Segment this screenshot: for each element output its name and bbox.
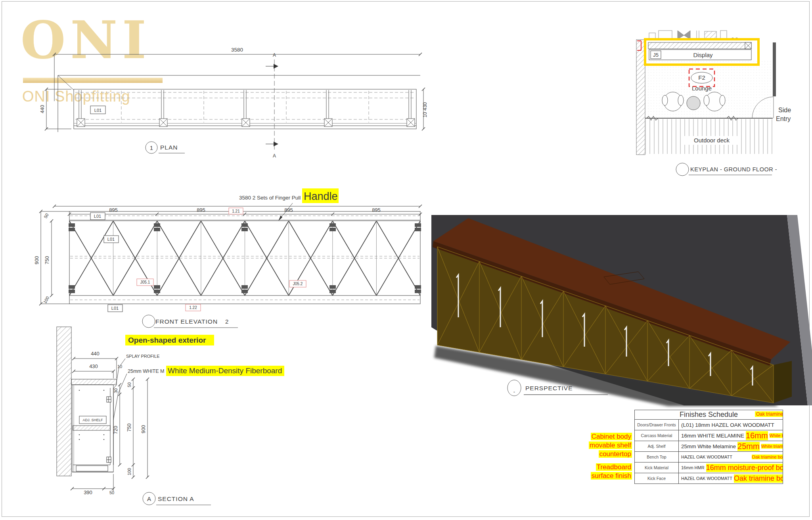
dim-50-bottom: 50: [109, 490, 114, 495]
outdoor-deck-label: Outdoor deck: [694, 137, 730, 144]
table-row: Kick Face HAZEL OAK WOODMATTOak triamine…: [635, 473, 783, 484]
wall-hatch: [57, 327, 71, 476]
front-elevation-view: 3580 2 Sets of Finger Pull Handle 895 89…: [36, 182, 430, 337]
handle-highlight: Handle: [302, 188, 339, 203]
annotation-line: Treadboard: [596, 463, 632, 471]
drawing-sheet: ONI ONI Shopfitting: [0, 0, 812, 520]
plan-dim-440: 440: [40, 105, 45, 113]
dim-50-top: 50: [127, 382, 132, 387]
dim-100: 100: [42, 295, 50, 304]
mdf-highlight: White Medium-Density Fiberboard: [166, 366, 284, 376]
keyplan: J5 Display F2 Lounge: [636, 22, 812, 180]
plan-marker-a-bottom: A: [273, 153, 276, 159]
svg-text:1.21: 1.21: [232, 209, 240, 213]
svg-text:L01: L01: [111, 306, 119, 311]
svg-text:PLAN: PLAN: [160, 144, 178, 151]
section-title: A SECTION A: [143, 492, 211, 505]
svg-text:1: 1: [150, 144, 153, 151]
finishes-annotations: Cabinet body movable shelf countertop Tr…: [566, 432, 632, 480]
side-label: Side: [778, 107, 791, 113]
svg-text:SECTION A: SECTION A: [158, 495, 194, 502]
annotation-line: Cabinet body: [591, 433, 632, 440]
svg-text:F2: F2: [698, 74, 705, 81]
table-row: Doors/Drawer Fronts (L01) 18mm HAZEL OAK…: [635, 420, 783, 430]
finger-pull-note: 3580 2 Sets of Finger Pull: [239, 195, 301, 201]
plan-posts: [77, 90, 415, 127]
keyplan-display-label: Display: [693, 52, 713, 58]
mdf-label: 25mm WHITE M: [128, 368, 164, 374]
annotation-line: countertop: [599, 450, 632, 458]
dim-50: 50: [43, 213, 50, 219]
right-wall: [773, 42, 776, 96]
svg-text:-: -: [513, 389, 515, 395]
table-row: Kick Material 16mm HMR16mm moisture-proo…: [635, 462, 783, 473]
table-row: Adj. Shelf 25mm White Melamine25mmWhite …: [635, 441, 783, 452]
dim-440: 440: [91, 351, 100, 357]
finishes-title-note: Oak triamine: [755, 411, 783, 417]
dim-895-3: 895: [284, 207, 293, 213]
svg-text:J05.1: J05.1: [140, 280, 150, 284]
dim-750: 750: [126, 424, 132, 432]
adj-shelf-tag: ADJ. SHELF: [79, 416, 106, 424]
dim-900: 900: [34, 256, 40, 265]
countertop: [71, 379, 117, 385]
perspective-view: - PERSPECTIVE: [430, 210, 811, 407]
dim-100: 100: [127, 468, 132, 475]
svg-text:ADJ. SHELF: ADJ. SHELF: [82, 418, 103, 422]
keyplan-title: KEYPLAN - GROUND FLOOR -: [676, 163, 777, 176]
plan-view: L01 3580 440 10 430 A A 1 PLAN: [36, 42, 430, 161]
dim-30: 30: [113, 388, 118, 393]
cut-fixtures: [649, 31, 739, 39]
open-shaped-highlight: Open-shaped exterior: [125, 335, 214, 345]
plan-dim-right: 10 430: [422, 102, 428, 117]
svg-text:KEYPLAN - GROUND FLOOR -: KEYPLAN - GROUND FLOOR -: [690, 166, 777, 173]
splay-profile-label: SPLAY PROFILE: [126, 354, 160, 359]
dim-720: 720: [113, 426, 119, 434]
dim-895-4: 895: [372, 207, 381, 213]
svg-text:A: A: [147, 495, 151, 502]
dim-750: 750: [44, 256, 50, 265]
section-view: Open-shaped exterior 440 430 10 SPLAY PR…: [48, 325, 242, 516]
dim-895-2: 895: [197, 207, 205, 213]
finishes-schedule-table: Finishes Schedule Oak triamine Doors/Dra…: [634, 410, 783, 484]
dim-10: 10: [117, 364, 122, 369]
svg-text:White Medium-Density Fiberboar: White Medium-Density Fiberboard: [168, 366, 282, 375]
annotation-line: movable shelf: [589, 441, 632, 449]
svg-text:PERSPECTIVE: PERSPECTIVE: [525, 385, 573, 391]
entry-label: Entry: [776, 115, 791, 122]
plan-dim-3580: 3580: [231, 47, 243, 53]
svg-text:Handle: Handle: [304, 190, 338, 202]
plan-title: 1 PLAN: [146, 142, 185, 154]
dim-390: 390: [84, 489, 92, 495]
svg-text:L01: L01: [94, 108, 102, 113]
svg-text:J05.2: J05.2: [293, 282, 303, 286]
dim-895-1: 895: [109, 207, 118, 213]
table-row: Bench Top HAZEL OAK WOODMATTOak triamine…: [635, 452, 783, 462]
cabinet-end-cap: [774, 361, 792, 403]
annotation-line: surface finish: [591, 472, 632, 480]
dim-430: 430: [89, 363, 98, 369]
plan-tag-L01: L01: [90, 106, 105, 114]
elevation-tags: L01 L01 L01: [90, 213, 123, 312]
svg-text:L01: L01: [107, 237, 115, 242]
keyplan-tag-j5: J5: [653, 52, 659, 58]
svg-text:FRONT ELEVATION: FRONT ELEVATION: [155, 318, 218, 325]
plan-section-line: [266, 59, 278, 150]
lounge-label: Lounge: [692, 85, 712, 92]
svg-text:2: 2: [225, 318, 228, 325]
table-row: Carcass Material 16mm WHITE MELAMINE16mm…: [635, 430, 783, 441]
dim-900: 900: [141, 425, 146, 434]
plan-marker-a-top: A: [273, 52, 276, 58]
svg-text:L01: L01: [94, 214, 101, 219]
svg-text:Open-shaped exterior: Open-shaped exterior: [128, 336, 206, 344]
svg-text:1.22: 1.22: [189, 305, 197, 310]
